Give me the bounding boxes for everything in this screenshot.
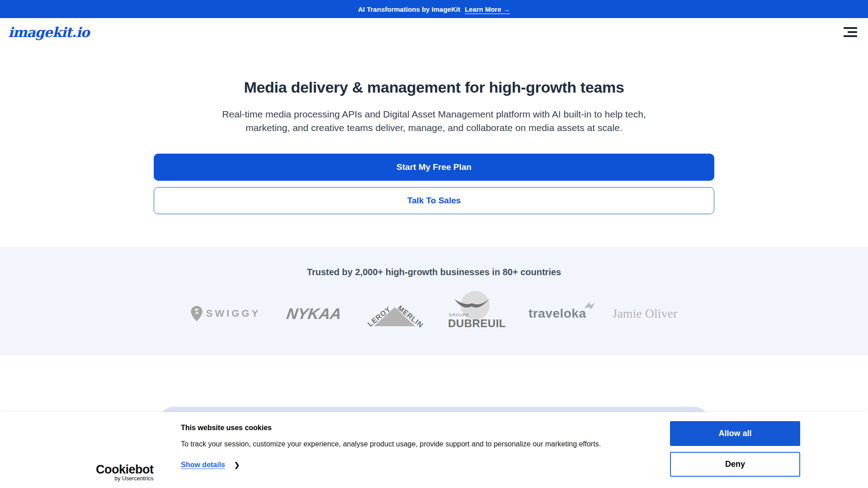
promo-banner-text: AI Transformations by ImageKit [358, 5, 460, 13]
show-details-label[interactable]: Show details [181, 461, 225, 469]
cta-stack: Start My Free Plan Talk To Sales [154, 154, 714, 214]
trusted-section: Trusted by 2,000+ high-growth businesses… [0, 247, 868, 356]
menu-bar-middle [848, 31, 857, 33]
logo-traveloka: traveloka [528, 306, 586, 321]
swiggy-wordmark: SWIGGY [206, 308, 260, 319]
promo-learn-more-link[interactable]: Learn More → [465, 5, 510, 13]
cookiebot-wordmark: Cookiebot [96, 463, 154, 477]
logo-nykaa: NYKAA [287, 305, 341, 323]
site-header: imagekit.io [0, 18, 868, 46]
show-details-link[interactable]: Show details ❯ [181, 461, 240, 469]
cookie-description: To track your session, customize your ex… [181, 440, 633, 448]
traveloka-bird-icon [584, 302, 596, 312]
cookiebot-logo[interactable]: Cookiebot by Usercentrics [96, 463, 154, 482]
start-free-plan-button[interactable]: Start My Free Plan [154, 154, 714, 181]
groupe-label: GROUPE [449, 313, 469, 317]
chevron-right-icon[interactable]: ❯ [234, 461, 240, 469]
traveloka-wordmark: traveloka [528, 306, 586, 321]
logo-groupe-dubreuil: GROUPE DUBREUIL [448, 297, 502, 330]
customer-logo-row: SWIGGY NYKAA LEROY MERLIN GROUPE DUBREUI… [0, 297, 868, 330]
cookie-title: This website uses cookies [181, 424, 272, 432]
hero-section: Media delivery & management for high-gro… [0, 78, 868, 214]
jamie-oliver-wordmark: Jamie Oliver [612, 306, 677, 321]
promo-banner: AI Transformations by ImageKit Learn Mor… [0, 0, 868, 18]
swiggy-pin-icon [191, 306, 203, 321]
deny-button[interactable]: Deny [670, 452, 800, 477]
nykaa-wordmark: NYKAA [285, 305, 342, 323]
menu-bar-top [844, 27, 857, 29]
logo-jamie-oliver: Jamie Oliver [612, 306, 677, 321]
menu-bar-bottom [844, 35, 857, 37]
hero-subtitle: Real-time media processing APIs and Digi… [201, 108, 667, 135]
imagekit-logo[interactable]: imagekit.io [8, 24, 90, 40]
talk-to-sales-button[interactable]: Talk To Sales [154, 187, 714, 214]
dubreuil-bird-icon [448, 297, 495, 313]
logo-swiggy: SWIGGY [191, 306, 260, 321]
menu-icon[interactable] [844, 27, 857, 37]
page-title: Media delivery & management for high-gro… [0, 78, 868, 97]
logo-leroy-merlin: LEROY MERLIN [368, 299, 422, 328]
dubreuil-wordmark: DUBREUIL [448, 317, 506, 330]
cookie-banner: Cookiebot by Usercentrics This website u… [0, 412, 868, 488]
allow-all-button[interactable]: Allow all [670, 421, 800, 446]
trusted-heading: Trusted by 2,000+ high-growth businesses… [0, 267, 868, 277]
